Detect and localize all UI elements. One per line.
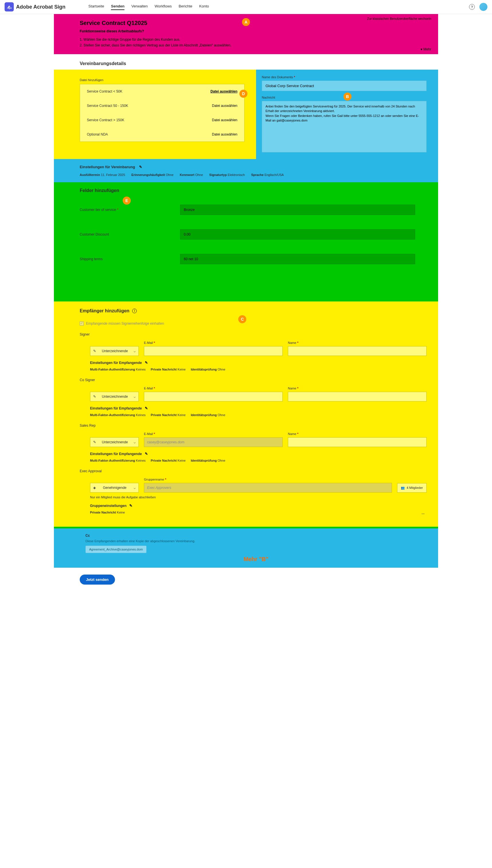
workflow-instruction-1: 1. Wählen Sie die richtige Gruppe für di… bbox=[80, 37, 412, 43]
password-value: Ohne bbox=[195, 173, 203, 177]
file-name: Service Contract < 50K bbox=[87, 90, 122, 94]
nav-senden[interactable]: Senden bbox=[111, 4, 124, 10]
recipient-settings-row: Multi-Faktor-Authentifizierung Keines Pr… bbox=[90, 459, 427, 462]
file-select-link[interactable]: Datei auswählen bbox=[211, 90, 238, 94]
files-label: Datei hinzufügen bbox=[80, 78, 245, 82]
role-select[interactable]: ✎ Unterzeichnende ⌵ bbox=[90, 437, 139, 447]
settings-title-text: Einstellungen für Vereinbarung bbox=[80, 165, 135, 169]
recipient-block-exec: Exec Approval Gruppenname ◈ Genehmigende… bbox=[80, 469, 427, 515]
recipient-grid: ✎ Unterzeichnende ⌵ E-Mail Name bbox=[80, 341, 427, 356]
info-icon[interactable]: i bbox=[132, 309, 137, 313]
file-row: Optional NDA Datei auswählen bbox=[80, 127, 244, 142]
lang-label: Sprache bbox=[251, 173, 264, 177]
role-select[interactable]: ✎ Unterzeichnende ⌵ bbox=[90, 346, 139, 356]
recipient-settings: Einstellungen für Empfangende✎ Multi-Fak… bbox=[80, 360, 427, 371]
members-count: 4 Mitglieder bbox=[407, 486, 423, 489]
salesrep-email-input[interactable] bbox=[144, 437, 283, 447]
group-settings: Gruppeneinstellungen✎ Private Nachricht … bbox=[80, 504, 427, 515]
role-select[interactable]: ✎ Unterzeichnende ⌵ bbox=[90, 392, 139, 402]
workflow-instruction-2: 2. Stellen Sie sicher, dass Sie den rich… bbox=[80, 43, 412, 48]
file-select-link[interactable]: Datei auswählen bbox=[212, 118, 238, 122]
document-panel: Name des Dokuments Nachricht Anbei finde… bbox=[256, 70, 438, 159]
cc-subtitle: Diese Empfangenden erhalten eine Kopie d… bbox=[85, 539, 427, 543]
fields-panel: Felder hinzufügen E Customer tier of ser… bbox=[54, 182, 438, 302]
group-name-input[interactable] bbox=[144, 483, 392, 493]
settings-row: Ausfülltermin 11. Februar 2025 Erinnerun… bbox=[80, 173, 427, 177]
recipient-block-salesrep: Sales Rep ✎ Unterzeichnende ⌵ E-Mail Nam… bbox=[80, 424, 427, 462]
help-icon[interactable]: ? bbox=[469, 4, 475, 10]
group-grid: ◈ Genehmigende ⌵ 👥 4 Mitglieder bbox=[80, 483, 427, 493]
recipient-role: Exec Approval bbox=[80, 469, 427, 473]
expand-mehr-link[interactable]: Mehr bbox=[421, 47, 431, 51]
recipient-settings: Einstellungen für Empfangende✎ Multi-Fak… bbox=[80, 452, 427, 462]
file-select-link[interactable]: Datei auswählen bbox=[212, 104, 238, 108]
field-row: Shipping terms bbox=[80, 254, 427, 264]
field-label: Shipping terms bbox=[80, 257, 180, 261]
file-row: Service Contract 50 - 150K Datei auswähl… bbox=[80, 99, 244, 113]
nav-konto[interactable]: Konto bbox=[199, 4, 209, 10]
recipient-settings: Einstellungen für Empfangende✎ Multi-Fak… bbox=[80, 406, 427, 417]
field-row: Customer tier of service * bbox=[80, 205, 427, 215]
field-label: Customer tier of service * bbox=[80, 208, 180, 212]
reminder-value: Ohne bbox=[166, 173, 173, 177]
avatar[interactable] bbox=[479, 3, 487, 11]
app-logo: Adobe Acrobat Sign bbox=[5, 2, 65, 11]
role-select[interactable]: ◈ Genehmigende ⌵ bbox=[90, 483, 139, 493]
recipient-settings-row: Multi-Faktor-Authentifizierung Keines Pr… bbox=[90, 413, 427, 417]
file-row: Service Contract > 150K Datei auswählen bbox=[80, 113, 244, 127]
reminder-label: Erinnerungshäufigkeit bbox=[131, 173, 165, 177]
recipient-settings-title: Einstellungen für Empfangende✎ bbox=[90, 360, 427, 365]
name-label: Name bbox=[288, 341, 427, 344]
send-now-button[interactable]: Jetzt senden bbox=[80, 575, 115, 585]
doc-name-input[interactable] bbox=[262, 80, 427, 91]
group-settings-row: Private Nachricht Keine … bbox=[90, 511, 427, 515]
more-options-icon[interactable]: … bbox=[420, 511, 427, 515]
chevron-down-icon: ⌵ bbox=[133, 349, 136, 353]
edit-group-icon[interactable]: ✎ bbox=[129, 504, 132, 508]
field-row: Customer Discount bbox=[80, 229, 427, 239]
recipients-title-text: Empfänger hinzufügen bbox=[80, 308, 129, 313]
name-label: Name bbox=[288, 387, 427, 390]
nav-startseite[interactable]: Startseite bbox=[88, 4, 104, 10]
cosigner-name-input[interactable] bbox=[288, 392, 427, 402]
sigtype-value: Elektronisch bbox=[228, 173, 245, 177]
shipping-terms-input[interactable] bbox=[180, 254, 415, 264]
cosigner-email-input[interactable] bbox=[144, 392, 283, 402]
recipient-settings-title: Einstellungen für Empfangende✎ bbox=[90, 452, 427, 456]
chevron-down-icon: ⌵ bbox=[133, 440, 136, 444]
recipient-settings-row: Multi-Faktor-Authentifizierung Keines Pr… bbox=[90, 368, 427, 371]
message-textarea[interactable]: Anbei finden Sie den beigefügten Service… bbox=[262, 101, 427, 152]
edit-recipient-icon[interactable]: ✎ bbox=[145, 406, 148, 410]
signer-email-input[interactable] bbox=[144, 346, 283, 356]
customer-tier-input[interactable] bbox=[180, 205, 415, 215]
field-label: Customer Discount bbox=[80, 232, 180, 236]
deadline-value: 11. Februar 2025 bbox=[101, 173, 125, 177]
app-header: Adobe Acrobat Sign Startseite Senden Ver… bbox=[0, 0, 492, 14]
lang-value: Englisch/USA bbox=[264, 173, 284, 177]
members-button[interactable]: 👥 4 Mitglieder bbox=[397, 483, 427, 493]
recipient-role: Sales Rep bbox=[80, 424, 427, 428]
customer-discount-input[interactable] bbox=[180, 229, 415, 239]
app-name: Adobe Acrobat Sign bbox=[16, 4, 65, 10]
cc-chip[interactable]: Agreement_Archive@caseyjones.dom bbox=[85, 545, 147, 553]
recipients-panel: Empfänger hinzufügen i C Empfangende müs… bbox=[54, 302, 438, 527]
edit-recipient-icon[interactable]: ✎ bbox=[145, 360, 148, 365]
file-select-link[interactable]: Datei auswählen bbox=[212, 132, 238, 136]
classic-ui-link[interactable]: Zur klassischen Benutzeroberfläche wechs… bbox=[367, 17, 431, 20]
mehr-b-label: Mehr "B" bbox=[85, 556, 427, 563]
nav-workflows[interactable]: Workflows bbox=[154, 4, 172, 10]
recipient-block-cosigner: Co Signer ✎ Unterzeichnende ⌵ E-Mail Nam… bbox=[80, 378, 427, 417]
signer-name-input[interactable] bbox=[288, 346, 427, 356]
edit-settings-icon[interactable]: ✎ bbox=[139, 165, 142, 169]
nav-berichte[interactable]: Berichte bbox=[179, 4, 192, 10]
signing-order-checkbox[interactable] bbox=[80, 322, 84, 326]
file-name: Optional NDA bbox=[87, 132, 108, 136]
email-label: E-Mail bbox=[144, 432, 283, 436]
settings-title: Einstellungen für Vereinbarung ✎ bbox=[80, 165, 427, 169]
salesrep-name-input[interactable] bbox=[288, 437, 427, 447]
chevron-down-icon: ⌵ bbox=[133, 394, 136, 399]
nav-verwalten[interactable]: Verwalten bbox=[131, 4, 148, 10]
doc-name-label: Name des Dokuments bbox=[262, 75, 427, 79]
name-label: Name bbox=[288, 432, 427, 436]
edit-recipient-icon[interactable]: ✎ bbox=[145, 452, 148, 456]
